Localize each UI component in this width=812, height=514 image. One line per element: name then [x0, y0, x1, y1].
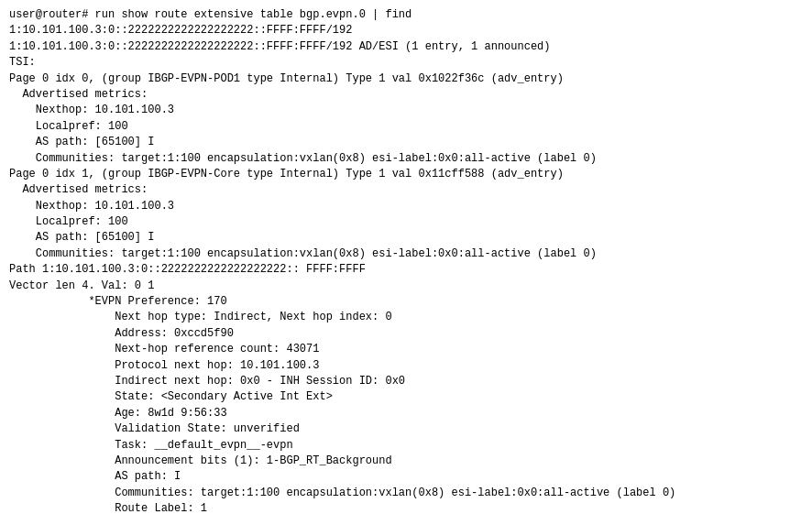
terminal-line: Vector len 4. Val: 0 1	[9, 279, 154, 292]
terminal-line: Protocol next hop: 10.101.100.3	[9, 359, 319, 372]
terminal-line: Announcement bits (1): 1-BGP_RT_Backgrou…	[9, 454, 392, 467]
terminal-line: Validation State: unverified	[9, 422, 300, 435]
terminal-line: Task: __default_evpn__-evpn	[9, 439, 293, 452]
terminal-line: State: <Secondary Active Int Ext>	[9, 390, 333, 403]
terminal-line: Advertised metrics:	[9, 183, 148, 196]
terminal-output: user@router# run show route extensive ta…	[0, 0, 812, 514]
terminal-line: AS path: [65100] I	[9, 136, 154, 148]
terminal-line: Nexthop: 10.101.100.3	[9, 200, 174, 213]
terminal-line: Indirect next hop: 0x0 - INH Session ID:…	[9, 375, 405, 388]
terminal-line: user@router# run show route extensive ta…	[9, 8, 411, 21]
terminal-line: AS path: [65100] I	[9, 231, 154, 244]
terminal-line: Address: 0xccd5f90	[9, 327, 234, 340]
terminal-line: TSI:	[9, 56, 36, 69]
terminal-line: Path 1:10.101.100.3:0::22222222222222222…	[9, 263, 366, 276]
terminal-line: Page 0 idx 1, (group IBGP-EVPN-Core type…	[9, 168, 564, 180]
terminal-line: Communities: target:1:100 encapsulation:…	[9, 152, 597, 165]
terminal-line: Page 0 idx 0, (group IBGP-EVPN-POD1 type…	[9, 72, 564, 85]
terminal-line: Localpref: 100	[9, 215, 128, 228]
terminal-line: Next-hop reference count: 43071	[9, 343, 319, 355]
terminal-line: Communities: target:1:100 encapsulation:…	[9, 247, 597, 260]
terminal-line: Communities: target:1:100 encapsulation:…	[9, 487, 675, 499]
terminal-line: Advertised metrics:	[9, 88, 148, 101]
terminal-line: Next hop type: Indirect, Next hop index:…	[9, 311, 392, 323]
terminal-line: Route Label: 1	[9, 502, 207, 514]
terminal-line: 1:10.101.100.3:0::2222222222222222222::F…	[9, 24, 352, 37]
terminal-line: Age: 8w1d 9:56:33	[9, 407, 227, 420]
terminal-line: AS path: I	[9, 470, 181, 483]
terminal-line: 1:10.101.100.3:0::2222222222222222222::F…	[9, 40, 551, 53]
terminal-line: Localpref: 100	[9, 120, 128, 133]
terminal-line: *EVPN Preference: 170	[9, 295, 227, 308]
terminal-line: Nexthop: 10.101.100.3	[9, 104, 174, 116]
